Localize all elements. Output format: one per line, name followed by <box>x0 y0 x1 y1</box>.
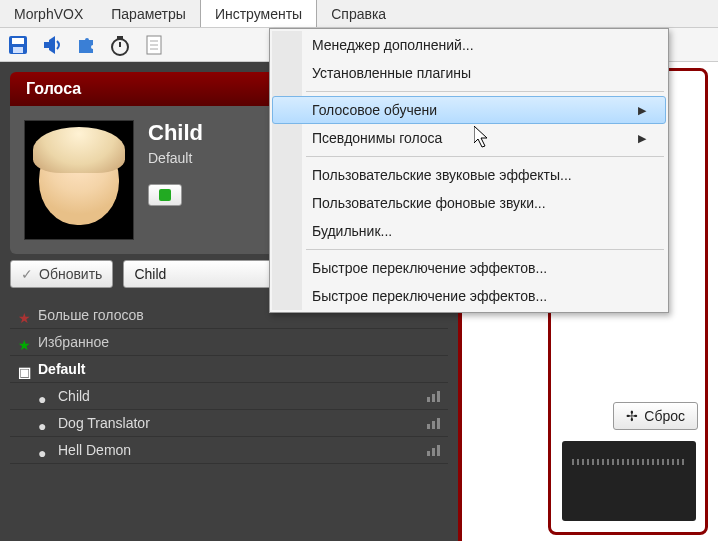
reset-button[interactable]: ✢ Сброс <box>613 402 698 430</box>
menu-custom-sound-effects[interactable]: Пользовательские звуковые эффекты... <box>272 161 666 189</box>
list-item-label: Child <box>58 388 90 404</box>
svg-rect-2 <box>13 47 23 53</box>
list-item[interactable]: ●Dog Translator <box>10 410 448 437</box>
menu-item-label: Голосовое обучени <box>312 102 437 118</box>
puzzle-icon[interactable] <box>74 33 98 57</box>
list-item-label: Избранное <box>38 334 109 350</box>
avatar <box>24 120 134 240</box>
menu-item-label: Быстрое переключение эффектов... <box>312 288 547 304</box>
signal-icon <box>427 445 440 456</box>
menu-installed-plugins[interactable]: Установленные плагины <box>272 59 666 87</box>
svg-marker-4 <box>49 36 55 54</box>
menu-parameters[interactable]: Параметры <box>97 0 200 27</box>
menu-separator <box>306 249 664 250</box>
svg-rect-6 <box>117 36 123 39</box>
list-item-label: Dog Translator <box>58 415 150 431</box>
menu-item-label: Будильник... <box>312 223 392 239</box>
menu-item-label: Установленные плагины <box>312 65 471 81</box>
menu-item-label: Пользовательские звуковые эффекты... <box>312 167 572 183</box>
list-item[interactable]: ●Hell Demon <box>10 437 448 464</box>
menu-item-label: Быстрое переключение эффектов... <box>312 260 547 276</box>
voice-list: ★Больше голосов ★Избранное ▣Default ●Chi… <box>10 302 448 464</box>
menu-item-label: Менеджер дополнений... <box>312 37 474 53</box>
list-item-label: Default <box>38 361 85 377</box>
list-item-label: Hell Demon <box>58 442 131 458</box>
submenu-arrow-icon: ▶ <box>638 104 646 117</box>
menu-custom-background-sounds[interactable]: Пользовательские фоновые звуки... <box>272 189 666 217</box>
save-icon[interactable] <box>6 33 30 57</box>
list-item-label: Больше голосов <box>38 307 144 323</box>
menu-separator <box>306 156 664 157</box>
status-icon <box>159 189 171 201</box>
voice-action-button[interactable] <box>148 184 182 206</box>
list-favorites[interactable]: ★Избранное <box>10 329 448 356</box>
tools-dropdown: Менеджер дополнений... Установленные пла… <box>269 28 669 313</box>
signal-icon <box>427 418 440 429</box>
list-default-group[interactable]: ▣Default <box>10 356 448 383</box>
signal-icon <box>427 391 440 402</box>
menu-voice-aliases[interactable]: Псевдонимы голоса▶ <box>272 124 666 152</box>
list-item[interactable]: ●Child <box>10 383 448 410</box>
menu-item-label: Пользовательские фоновые звуки... <box>312 195 546 211</box>
menu-tools[interactable]: Инструменты <box>200 0 317 27</box>
svg-rect-3 <box>44 42 49 48</box>
svg-rect-1 <box>12 38 24 44</box>
reset-label: Сброс <box>644 408 685 424</box>
collapse-icon: ▣ <box>18 364 28 374</box>
update-button[interactable]: ✓ Обновить <box>10 260 113 288</box>
reset-icon: ✢ <box>626 408 638 424</box>
menu-addon-manager[interactable]: Менеджер дополнений... <box>272 31 666 59</box>
equalizer-widget <box>562 441 696 521</box>
submenu-arrow-icon: ▶ <box>638 132 646 145</box>
menu-voice-training[interactable]: Голосовое обучени▶ <box>272 96 666 124</box>
timer-icon[interactable] <box>108 33 132 57</box>
update-label: Обновить <box>39 266 102 282</box>
menu-item-label: Псевдонимы голоса <box>312 130 442 146</box>
menu-quick-effect-switch-1[interactable]: Быстрое переключение эффектов... <box>272 254 666 282</box>
menu-quick-effect-switch-2[interactable]: Быстрое переключение эффектов... <box>272 282 666 310</box>
menu-separator <box>306 91 664 92</box>
volume-icon[interactable] <box>40 33 64 57</box>
menubar: MorphVOX Параметры Инструменты Справка <box>0 0 718 28</box>
menu-alarm[interactable]: Будильник... <box>272 217 666 245</box>
document-icon[interactable] <box>142 33 166 57</box>
menu-morphvox[interactable]: MorphVOX <box>0 0 97 27</box>
check-icon: ✓ <box>21 266 33 282</box>
menu-help[interactable]: Справка <box>317 0 400 27</box>
